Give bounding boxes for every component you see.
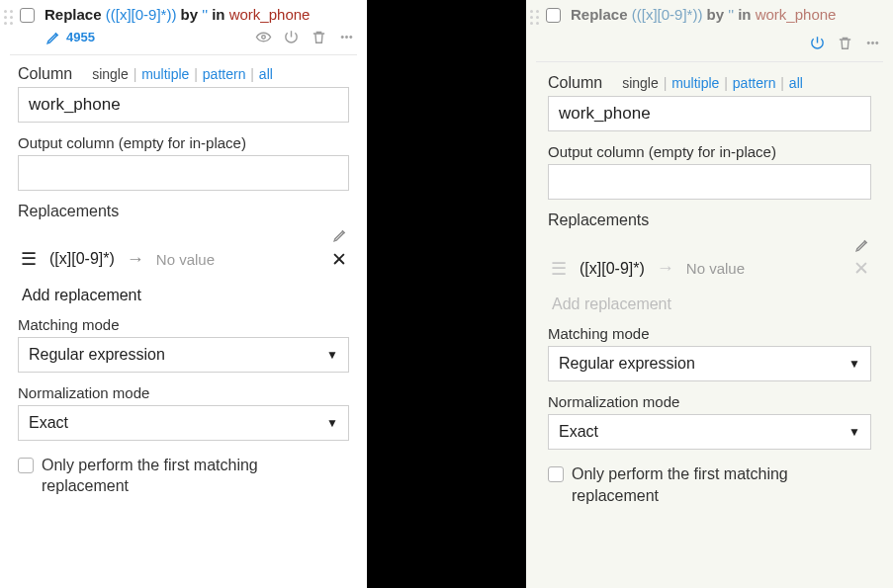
step-toolbar [808, 34, 883, 51]
recipe-pane-active: Replace (([x][0-9]*)) by '' in work_phon… [0, 0, 367, 588]
step-checkbox[interactable] [546, 8, 561, 23]
arrow-right-icon: → [127, 249, 144, 270]
output-column-input[interactable] [18, 155, 349, 191]
first-match-label: Only perform the first matching replacem… [42, 455, 349, 497]
mode-multiple[interactable]: multiple [671, 75, 719, 91]
drag-handle[interactable] [530, 6, 542, 26]
hamburger-icon: ☰ [550, 258, 568, 280]
replacement-novalue: No value [686, 260, 842, 277]
more-icon[interactable] [337, 29, 355, 46]
column-label: Column [548, 74, 602, 92]
svg-point-3 [349, 37, 351, 39]
normalization-mode-label: Normalization mode [18, 384, 349, 401]
first-match-label: Only perform the first matching replacem… [572, 463, 871, 506]
title-replacement: '' [728, 6, 734, 23]
recipe-pane-disabled: Replace (([x][0-9]*)) by '' in work_phon… [526, 0, 893, 588]
pencil-icon [45, 29, 62, 46]
title-by: by [181, 6, 199, 23]
more-icon[interactable] [863, 34, 881, 51]
matching-mode-select[interactable]: Regular expression ▼ [548, 346, 871, 381]
title-pattern: (([x][0-9]*)) [106, 6, 177, 23]
column-input[interactable] [18, 87, 349, 123]
title-column: work_phone [229, 6, 311, 23]
first-match-checkbox[interactable] [18, 458, 34, 473]
step-toolbar [254, 29, 357, 46]
caret-down-icon: ▼ [848, 425, 860, 439]
svg-point-2 [345, 37, 347, 39]
title-replacement: '' [202, 6, 208, 23]
step-id: 4955 [66, 30, 95, 44]
svg-point-6 [875, 42, 877, 43]
eye-icon[interactable] [254, 29, 272, 46]
replacement-row: ☰ ([x][0-9]*) → No value ✕ [548, 253, 871, 284]
matching-mode-label: Matching mode [548, 325, 871, 342]
column-mode-picker: single | multiple | pattern | all [92, 66, 273, 82]
mode-all[interactable]: all [259, 66, 273, 82]
title-verb: Replace [45, 6, 102, 23]
column-label: Column [18, 65, 72, 83]
caret-down-icon: ▼ [326, 416, 338, 430]
svg-point-5 [871, 42, 873, 43]
step-checkbox[interactable] [20, 8, 35, 23]
output-column-label: Output column (empty for in-place) [548, 143, 871, 160]
hamburger-icon[interactable]: ☰ [20, 248, 38, 270]
matching-mode-select[interactable]: Regular expression ▼ [18, 337, 349, 373]
normalization-mode-select[interactable]: Exact ▼ [18, 405, 349, 441]
remove-replacement-icon[interactable]: ✕ [331, 248, 347, 271]
output-column-label: Output column (empty for in-place) [18, 134, 349, 151]
replacement-pattern: ([x][0-9]*) [580, 260, 645, 278]
normalization-mode-value: Exact [559, 423, 598, 441]
mode-multiple[interactable]: multiple [141, 66, 189, 82]
step-title: Replace (([x][0-9]*)) by '' in work_phon… [571, 6, 883, 25]
step-id-link[interactable]: 4955 [45, 29, 95, 46]
replacement-row: ☰ ([x][0-9]*) → No value ✕ [18, 244, 349, 275]
caret-down-icon: ▼ [326, 348, 338, 362]
svg-point-1 [341, 37, 343, 39]
add-replacement-button: Add replacement [548, 295, 871, 313]
mode-pattern[interactable]: pattern [733, 75, 776, 91]
power-icon[interactable] [282, 29, 300, 46]
title-by: by [707, 6, 725, 23]
replacements-label: Replacements [18, 203, 349, 220]
output-column-input[interactable] [548, 164, 871, 200]
title-pattern: (([x][0-9]*)) [632, 6, 703, 23]
trash-icon[interactable] [836, 34, 853, 51]
trash-icon[interactable] [310, 29, 327, 46]
normalization-mode-label: Normalization mode [548, 393, 871, 410]
title-column: work_phone [756, 6, 837, 23]
replacements-label: Replacements [548, 211, 871, 229]
mode-pattern[interactable]: pattern [203, 66, 246, 82]
remove-replacement-icon: ✕ [853, 257, 869, 280]
mode-single[interactable]: single [92, 66, 129, 82]
column-input[interactable] [548, 96, 871, 131]
step-title: Replace (([x][0-9]*)) by '' in work_phon… [45, 6, 357, 25]
replacement-pattern: ([x][0-9]*) [49, 250, 115, 268]
svg-point-0 [261, 36, 265, 40]
column-mode-picker: single | multiple | pattern | all [622, 75, 803, 91]
add-replacement-button[interactable]: Add replacement [18, 287, 349, 304]
replacement-novalue: No value [156, 251, 319, 268]
caret-down-icon: ▼ [848, 357, 860, 371]
mode-all[interactable]: all [789, 75, 803, 91]
normalization-mode-select[interactable]: Exact ▼ [548, 414, 871, 450]
title-in: in [738, 6, 751, 23]
title-in: in [212, 6, 224, 23]
mode-single[interactable]: single [622, 75, 659, 91]
divider [536, 61, 883, 62]
edit-pencil-icon[interactable] [331, 226, 349, 244]
arrow-right-icon: → [657, 258, 674, 279]
normalization-mode-value: Exact [29, 414, 68, 432]
power-icon[interactable] [808, 34, 826, 51]
matching-mode-label: Matching mode [18, 316, 349, 333]
first-match-checkbox[interactable] [548, 466, 564, 482]
matching-mode-value: Regular expression [29, 346, 165, 364]
edit-pencil-icon[interactable] [853, 235, 871, 253]
matching-mode-value: Regular expression [559, 355, 695, 373]
svg-point-4 [867, 42, 869, 43]
drag-handle[interactable] [4, 6, 16, 26]
title-verb: Replace [571, 6, 628, 23]
